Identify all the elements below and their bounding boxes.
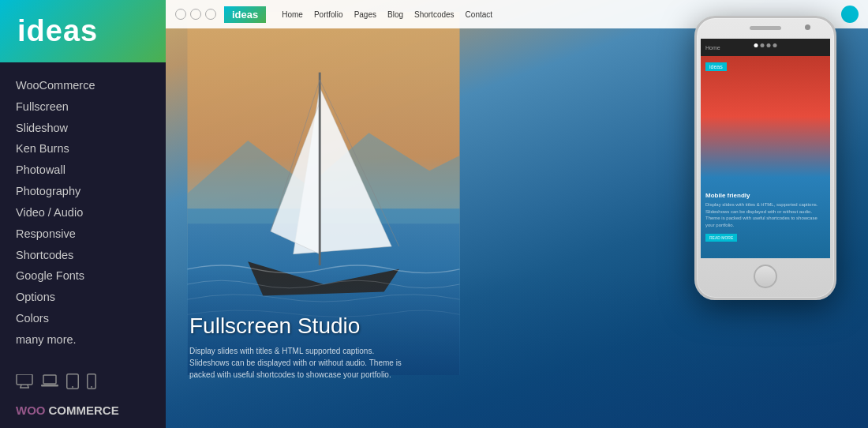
svg-rect-5 [41,385,58,387]
nav-pages[interactable]: Pages [354,10,376,19]
preview-text-overlay: Fullscreen Studio Display slides with ti… [189,313,410,381]
sidebar: ideas WooCommerce Fullscreen Slideshow K… [0,0,166,428]
window-dot-3 [205,9,216,20]
monitor-icon [16,374,33,389]
main-preview: ideas Home Portfolio Pages Blog Shortcod… [166,0,868,428]
phone-outer: Home ideas Mobile friendly Di [694,16,836,300]
woocommerce-badge: WOO COMMERCE [0,397,135,428]
svg-point-9 [91,386,92,388]
phone-dot-2 [761,43,765,47]
feature-colors[interactable]: Colors [16,308,95,329]
nav-portfolio[interactable]: Portfolio [314,10,343,19]
phone-screen: Home ideas Mobile friendly Di [701,39,830,258]
phone-info-btn[interactable]: READ MORE [705,234,737,242]
preview-logo: ideas [224,6,266,23]
feature-photography[interactable]: Photography [16,181,95,202]
phone-camera [805,24,810,30]
feature-slideshow[interactable]: Slideshow [16,118,95,139]
preview-description: Display slides with titles & HTML suppor… [189,345,410,381]
feature-google-fonts[interactable]: Google Fonts [16,265,95,287]
phone-icon [87,374,96,389]
laptop-icon [41,374,58,389]
woo-label: WOO [16,404,46,417]
feature-responsive[interactable]: Responsive [16,223,95,245]
phone-dot-4 [773,43,777,47]
phone-speaker [750,26,781,30]
preview-title: Fullscreen Studio [189,313,410,339]
nav-home[interactable]: Home [282,10,303,19]
phone-dot-3 [767,43,771,47]
feature-woocommerce[interactable]: WooCommerce [16,75,95,96]
phone-dot-1 [754,43,758,47]
nav-blog[interactable]: Blog [387,10,403,19]
phone-home-button[interactable] [754,265,777,288]
svg-rect-4 [43,375,56,384]
phone-mockup: Home ideas Mobile friendly Di [694,16,836,300]
device-icons [0,366,112,397]
sidebar-features-list: WooCommerce Fullscreen Slideshow Ken Bur… [0,75,110,366]
window-dot-2 [190,9,201,20]
phone-screen-dots [754,43,777,47]
commerce-label: COMMERCE [49,404,119,417]
phone-nav-label: Home [705,45,720,51]
phone-info-title: Mobile friendly [705,192,825,199]
nav-shortcodes[interactable]: Shortcodes [414,10,455,19]
feature-shortcodes[interactable]: Shortcodes [16,245,95,266]
feature-many-more: many more. [16,329,95,351]
window-controls [175,9,216,20]
phone-screen-badge: ideas [705,62,727,71]
phone-screen-info: Mobile friendly Display slides with titl… [705,192,825,242]
feature-fullscreen[interactable]: Fullscreen [16,96,95,118]
phone-screen-content: ideas Mobile friendly Display slides wit… [701,56,830,258]
window-dot-1 [175,9,186,20]
feature-kenburns[interactable]: Ken Burns [16,138,95,160]
phone-info-text: Display slides with titles & HTML, suppo… [705,201,825,228]
logo-text: ideas [17,14,98,47]
svg-point-7 [72,386,73,388]
phone-screen-top-bar: Home [701,39,830,56]
svg-rect-0 [17,374,32,385]
feature-photowall[interactable]: Photowall [16,160,95,181]
feature-video-audio[interactable]: Video / Audio [16,202,95,223]
sidebar-logo[interactable]: ideas [0,0,166,62]
nav-cta-button[interactable] [841,6,859,23]
feature-options[interactable]: Options [16,287,95,308]
tablet-icon [66,374,79,389]
nav-contact[interactable]: Contact [466,10,492,19]
